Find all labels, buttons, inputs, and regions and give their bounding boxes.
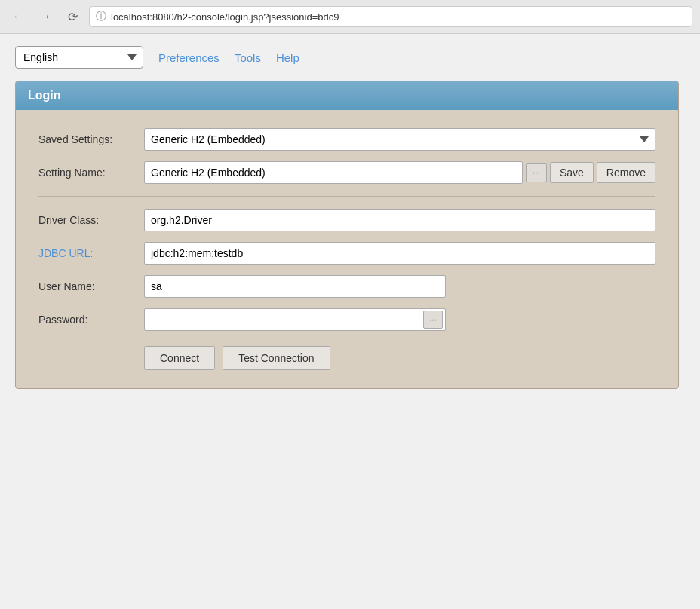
remove-button[interactable]: Remove <box>597 162 655 183</box>
password-group: ··· <box>144 308 446 331</box>
panel-body: Saved Settings: Generic H2 (Embedded) Ge… <box>16 110 678 388</box>
top-nav: English French German Spanish Preference… <box>15 46 685 69</box>
jdbc-url-input[interactable] <box>144 242 655 265</box>
password-label: Password: <box>38 314 144 326</box>
setting-name-input[interactable] <box>144 161 523 184</box>
browser-chrome: ← → ⟳ ⓘ localhost:8080/h2-console/login.… <box>0 0 700 34</box>
page-content: English French German Spanish Preference… <box>0 34 700 562</box>
button-row: Connect Test Connection <box>38 346 655 370</box>
user-name-row: User Name: <box>38 275 655 298</box>
panel-title: Login <box>28 89 61 102</box>
jdbc-url-label[interactable]: JDBC URL: <box>38 247 144 259</box>
saved-settings-select[interactable]: Generic H2 (Embedded) Generic H2 (Server… <box>144 128 655 151</box>
password-row: Password: ··· <box>38 308 655 331</box>
saved-settings-row: Saved Settings: Generic H2 (Embedded) Ge… <box>38 128 655 151</box>
setting-name-group: ··· Save Remove <box>144 161 655 184</box>
language-select[interactable]: English French German Spanish <box>15 46 143 69</box>
password-input[interactable] <box>144 308 446 331</box>
url-text: localhost:8080/h2-console/login.jsp?jses… <box>111 11 339 23</box>
reload-button[interactable]: ⟳ <box>62 6 83 27</box>
help-link[interactable]: Help <box>276 51 299 64</box>
back-button[interactable]: ← <box>8 6 29 27</box>
jdbc-url-row: JDBC URL: <box>38 242 655 265</box>
driver-class-label: Driver Class: <box>38 214 144 226</box>
user-name-label: User Name: <box>38 280 144 292</box>
preferences-link[interactable]: Preferences <box>158 51 220 64</box>
save-button[interactable]: Save <box>550 162 594 183</box>
password-dots-button[interactable]: ··· <box>423 311 443 329</box>
panel-header: Login <box>16 81 678 110</box>
browser-toolbar: ← → ⟳ ⓘ localhost:8080/h2-console/login.… <box>8 6 692 27</box>
connect-button[interactable]: Connect <box>144 346 215 370</box>
tools-link[interactable]: Tools <box>235 51 261 64</box>
address-bar: ⓘ localhost:8080/h2-console/login.jsp?js… <box>89 6 692 27</box>
setting-name-dots-button[interactable]: ··· <box>526 163 547 182</box>
saved-settings-label: Saved Settings: <box>38 133 144 145</box>
info-icon: ⓘ <box>96 10 106 23</box>
forward-button[interactable]: → <box>35 6 56 27</box>
divider <box>38 196 655 197</box>
driver-class-row: Driver Class: <box>38 209 655 231</box>
login-panel: Login Saved Settings: Generic H2 (Embedd… <box>15 81 679 389</box>
setting-name-label: Setting Name: <box>38 167 144 179</box>
test-connection-button[interactable]: Test Connection <box>223 346 330 370</box>
user-name-input[interactable] <box>144 275 446 298</box>
setting-name-row: Setting Name: ··· Save Remove <box>38 161 655 184</box>
driver-class-input[interactable] <box>144 209 655 231</box>
